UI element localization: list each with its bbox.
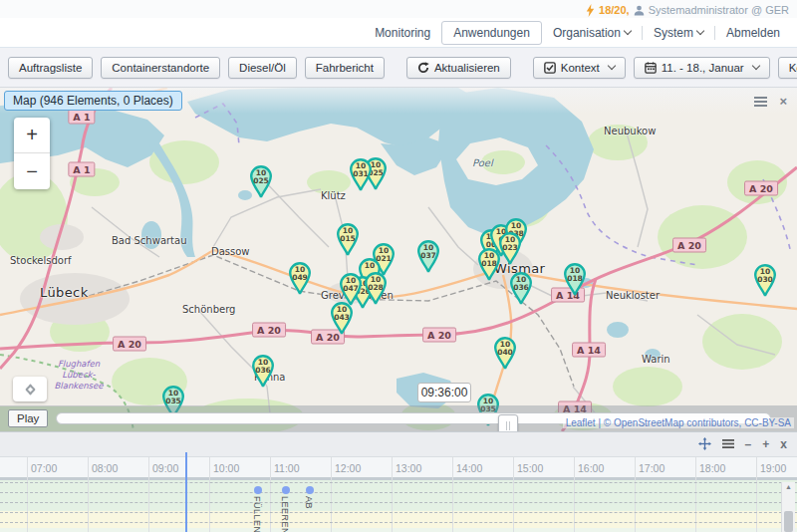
svg-text:015: 015	[340, 234, 356, 243]
map-place-label: Stockelsdorf	[10, 255, 72, 266]
timeline-event-label: AB	[304, 496, 314, 509]
toolbar-button-auftragsliste[interactable]: Auftragsliste	[8, 57, 93, 79]
svg-text:10: 10	[365, 261, 375, 270]
road-badge: A 20	[672, 238, 706, 253]
chevron-down-icon	[696, 27, 704, 35]
komponenten-dropdown[interactable]: Komponenten	[778, 57, 797, 79]
refresh-icon	[417, 62, 429, 74]
timeline-gridline	[331, 457, 332, 532]
nav-item-anwendungen[interactable]: Anwendungen	[441, 21, 542, 45]
timeline-gridline	[148, 457, 149, 532]
map-marker[interactable]: 10 040	[494, 336, 516, 370]
timeline-hour-label: 11:00	[274, 462, 300, 474]
timeline-menu-icon[interactable]	[722, 439, 734, 448]
road-badge: A 20	[744, 181, 778, 196]
chevron-down-icon	[608, 62, 616, 70]
timeline-header: – + x	[0, 432, 797, 457]
timeline-event-label: LEEREN	[280, 496, 290, 532]
collapse-row-icon[interactable]: –	[745, 438, 752, 450]
map-marker[interactable]: 10 036	[252, 354, 274, 388]
timeline-scrollbar[interactable]: ▲	[781, 482, 795, 532]
status-count: 18/20,	[599, 4, 630, 16]
road-badge: A 20	[422, 328, 456, 343]
timeline-band-green	[0, 480, 797, 511]
date-range-dropdown[interactable]: 11. - 18., Januar	[634, 57, 770, 79]
map-title-tab[interactable]: Map (946 Elements, 0 Places)	[4, 91, 182, 111]
svg-text:031: 031	[353, 169, 369, 178]
road-badge: A 1	[68, 162, 95, 177]
nav-item-label: Monitoring	[375, 26, 430, 40]
date-range-label: 11. - 18., Januar	[662, 62, 744, 74]
map-marker[interactable]: 10 025	[250, 164, 272, 198]
refresh-label: Aktualisieren	[434, 62, 500, 74]
nav-item-abmelden[interactable]: Abmelden	[715, 22, 791, 44]
nav-item-monitoring[interactable]: Monitoring	[364, 22, 441, 44]
toolbar-button-containerstandorte[interactable]: Containerstandorte	[101, 57, 220, 79]
timeline-gridline	[209, 457, 210, 532]
timeline-dashed-row-line	[0, 522, 797, 523]
map-title: Map (946 Elements, 0 Places)	[13, 94, 173, 108]
toolbar-button-diesell[interactable]: Diesel/Öl	[228, 57, 297, 79]
map-marker[interactable]: 10 031	[350, 157, 372, 191]
map-panel[interactable]: A 1A 1A 20A 20A 20A 20A 20A 20A 14A 14A …	[0, 88, 797, 431]
chevron-down-icon	[624, 27, 632, 35]
user-icon	[634, 5, 645, 16]
map-menu-icon[interactable]	[754, 97, 767, 107]
collapse-controls-button[interactable]	[13, 377, 47, 401]
map-marker[interactable]: 10 018	[478, 247, 500, 281]
timeline-current-time-line	[185, 452, 187, 532]
svg-text:043: 043	[334, 313, 350, 322]
expand-row-icon[interactable]: +	[762, 438, 769, 450]
svg-text:036: 036	[255, 366, 271, 375]
map-place-label: Poel	[472, 157, 493, 168]
road-badge: A 1	[68, 110, 95, 125]
map-marker[interactable]: 10 028	[365, 271, 387, 305]
nav-item-system[interactable]: System	[643, 22, 714, 44]
timeline-hour-label: 15:00	[517, 462, 543, 474]
map-marker[interactable]: 10 015	[337, 222, 359, 256]
map-marker[interactable]: 10 018	[564, 262, 586, 296]
map-place-label: Neukloster	[606, 290, 660, 301]
nav-item-label: System	[654, 26, 693, 40]
map-marker[interactable]: 10 030	[754, 263, 776, 297]
scroll-up-icon[interactable]: ▲	[785, 483, 792, 490]
road-badge: A 20	[252, 323, 286, 338]
refresh-button[interactable]: Aktualisieren	[406, 57, 511, 79]
map-place-label: Neubukow	[604, 126, 656, 136]
map-marker[interactable]: 10 049	[289, 261, 311, 295]
timeline-event-dot[interactable]	[254, 486, 262, 494]
svg-text:037: 037	[420, 251, 436, 260]
zoom-in-button[interactable]: +	[14, 118, 50, 153]
timeline-band-yellow	[0, 511, 797, 528]
timeline-event-dot[interactable]	[306, 486, 314, 494]
svg-text:036: 036	[513, 283, 529, 292]
timeline-gridline	[756, 457, 757, 532]
scrollbar-thumb[interactable]	[784, 511, 793, 532]
timeline-hour-label: 07:00	[31, 462, 57, 474]
timeline-hour-label: 08:00	[92, 462, 118, 474]
map-attribution: Leaflet | © OpenStreetMap contributors, …	[563, 417, 794, 428]
svg-text:047: 047	[343, 284, 359, 293]
zoom-out-button[interactable]: −	[14, 153, 50, 189]
kontext-label: Kontext	[561, 62, 600, 74]
play-button[interactable]: Play	[8, 409, 48, 427]
svg-text:023: 023	[502, 243, 518, 252]
map-close-icon[interactable]: ×	[779, 94, 787, 109]
timeline-dashed-row-line	[0, 512, 797, 513]
timeline-close-icon[interactable]: x	[780, 438, 787, 450]
nav-item-organisation[interactable]: Organisation	[542, 22, 642, 44]
time-slider-handle[interactable]	[498, 414, 518, 431]
toolbar-button-fahrbericht[interactable]: Fahrbericht	[305, 57, 385, 79]
kontext-dropdown[interactable]: Kontext	[533, 57, 626, 79]
timeline-event-dot[interactable]	[282, 486, 290, 494]
map-zoom-control: + −	[14, 118, 50, 189]
chevron-down-icon	[751, 62, 759, 70]
map-marker[interactable]: 10 023	[499, 231, 521, 265]
timeline-hour-label: 19:00	[760, 462, 786, 474]
map-marker[interactable]: 10 037	[417, 239, 439, 273]
move-icon[interactable]	[698, 437, 711, 450]
svg-text:030: 030	[757, 275, 773, 284]
map-marker[interactable]: 10 043	[331, 301, 353, 335]
map-marker[interactable]: 10 036	[510, 271, 532, 305]
timeline-gridline	[635, 457, 636, 532]
